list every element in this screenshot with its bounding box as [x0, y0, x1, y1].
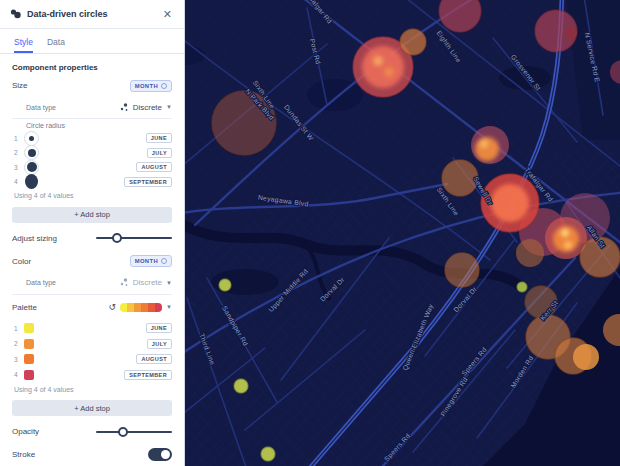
map-data-circle[interactable]	[219, 279, 231, 291]
color-row: Color MONTH	[12, 250, 172, 273]
stop-value-badge[interactable]: JUNE	[146, 133, 172, 143]
size-data-type-dropdown[interactable]: Discrete ▼	[120, 103, 172, 112]
palette-stop-row[interactable]: 4SEPTEMBER	[14, 367, 172, 383]
map-data-circle[interactable]	[234, 379, 248, 393]
color-swatch[interactable]	[24, 370, 34, 380]
color-data-type-dropdown[interactable]: Discrete ▼	[120, 278, 172, 287]
chevron-down-icon: ▼	[166, 104, 172, 110]
slider-handle[interactable]	[118, 427, 128, 437]
section-title: Component properties	[12, 63, 172, 72]
map-data-circle[interactable]	[491, 184, 529, 222]
stop-index: 1	[14, 325, 19, 332]
stroke-row: Stroke	[12, 443, 172, 466]
layer-properties-panel: Data-driven circles ✕ Style Data Compone…	[0, 0, 185, 466]
stop-value-badge[interactable]: JUNE	[146, 323, 172, 333]
radius-stop-row[interactable]: 1JUNE	[14, 131, 172, 146]
radius-swatch	[24, 174, 39, 189]
chevron-down-icon: ▼	[166, 280, 172, 286]
stop-value-badge[interactable]: JULY	[147, 339, 172, 349]
map-data-circle[interactable]	[517, 282, 527, 292]
stop-value-badge[interactable]: AUGUST	[136, 354, 172, 364]
panel-body: Component properties Size MONTH Data typ…	[0, 63, 184, 466]
stop-index: 2	[14, 149, 19, 156]
color-data-type-row: Data type Discrete ▼	[12, 273, 172, 293]
radius-stop-row[interactable]: 2JULY	[14, 146, 172, 161]
palette-stop-row[interactable]: 2JULY	[14, 336, 172, 352]
badge-icon	[161, 258, 167, 264]
slider-handle[interactable]	[112, 233, 122, 243]
palette-stops-list: 1JUNE2JULY3AUGUST4SEPTEMBER	[14, 321, 172, 383]
radius-swatch	[24, 131, 39, 146]
stop-index: 4	[14, 178, 19, 185]
map-data-circle[interactable]	[516, 239, 544, 267]
panel-header: Data-driven circles ✕	[0, 0, 184, 29]
stop-index: 3	[14, 164, 19, 171]
size-label: Size	[12, 81, 28, 90]
stop-index: 1	[14, 135, 19, 142]
panel-tabs: Style Data	[0, 29, 184, 54]
opacity-row: Opacity	[12, 420, 172, 443]
radius-stops-list: 1JUNE2JULY3AUGUST4SEPTEMBER	[14, 131, 172, 189]
stop-value-badge[interactable]: SEPTEMBER	[124, 370, 172, 380]
map-data-circle[interactable]	[480, 140, 488, 148]
color-swatch[interactable]	[24, 339, 34, 349]
circle-radius-label: Circle radius	[12, 122, 172, 129]
size-data-type-row: Data type Discrete ▼	[12, 97, 172, 117]
data-type-label: Data type	[26, 279, 56, 286]
color-field-badge[interactable]: MONTH	[130, 255, 172, 267]
opacity-slider[interactable]	[96, 426, 172, 438]
map-data-circle[interactable]	[573, 344, 599, 370]
palette-row: Palette ↺ ▼	[12, 296, 172, 319]
stop-value-badge[interactable]: JULY	[147, 148, 172, 158]
color-label: Color	[12, 257, 31, 266]
palette-gradient-swatch[interactable]	[120, 303, 162, 312]
stop-index: 4	[14, 371, 19, 378]
add-stop-button[interactable]: + Add stop	[12, 400, 172, 416]
tab-data[interactable]: Data	[47, 37, 65, 53]
panel-title: Data-driven circles	[27, 9, 161, 19]
discrete-dots-icon	[120, 103, 129, 112]
map-data-circle[interactable]	[384, 67, 394, 77]
map-data-circle[interactable]	[564, 241, 572, 249]
stop-value-badge[interactable]: SEPTEMBER	[124, 177, 172, 187]
palette-label: Palette	[12, 303, 37, 312]
size-field-badge[interactable]: MONTH	[130, 80, 172, 92]
opacity-label: Opacity	[12, 427, 39, 436]
palette-stop-row[interactable]: 1JUNE	[14, 321, 172, 337]
chevron-down-icon[interactable]: ▼	[166, 304, 172, 310]
stop-index: 2	[14, 340, 19, 347]
radius-swatch	[24, 160, 39, 175]
color-swatch[interactable]	[24, 323, 34, 333]
radius-stop-row[interactable]: 4SEPTEMBER	[14, 175, 172, 190]
circle-layer-icon	[10, 5, 21, 23]
map-data-circle[interactable]	[261, 447, 275, 461]
map-data-circle[interactable]	[561, 229, 569, 237]
map-data-circle[interactable]	[373, 56, 383, 66]
stop-index: 3	[14, 356, 19, 363]
map-data-circle[interactable]	[445, 253, 479, 287]
palette-usage-note: Using 4 of 4 values	[14, 386, 172, 393]
close-icon[interactable]: ✕	[161, 8, 174, 21]
stop-value-badge[interactable]: AUGUST	[136, 162, 172, 172]
radius-stop-row[interactable]: 3AUGUST	[14, 160, 172, 175]
adjust-sizing-row: Adjust sizing	[12, 227, 172, 250]
radius-usage-note: Using 4 of 4 values	[14, 192, 172, 199]
adjust-sizing-slider[interactable]	[96, 232, 172, 244]
discrete-dots-icon	[120, 278, 129, 287]
tab-style[interactable]: Style	[14, 37, 33, 53]
palette-stop-row[interactable]: 3AUGUST	[14, 352, 172, 368]
add-stop-button[interactable]: + Add stop	[12, 207, 172, 223]
map-data-circle[interactable]	[400, 29, 426, 55]
stroke-label: Stroke	[12, 450, 35, 459]
adjust-sizing-label: Adjust sizing	[12, 234, 57, 243]
map-canvas[interactable]: Trafalgar RdSixth LinePost RdEighth Line…	[185, 0, 620, 466]
data-type-label: Data type	[26, 104, 56, 111]
flip-palette-icon[interactable]: ↺	[109, 303, 117, 312]
size-row: Size MONTH	[12, 74, 172, 97]
map-data-circle[interactable]	[565, 27, 577, 39]
stroke-toggle[interactable]	[148, 448, 172, 461]
color-swatch[interactable]	[24, 354, 34, 364]
map-data-circle[interactable]	[362, 46, 404, 88]
map-data-circle[interactable]	[475, 137, 499, 161]
studio-app: Data-driven circles ✕ Style Data Compone…	[0, 0, 620, 466]
